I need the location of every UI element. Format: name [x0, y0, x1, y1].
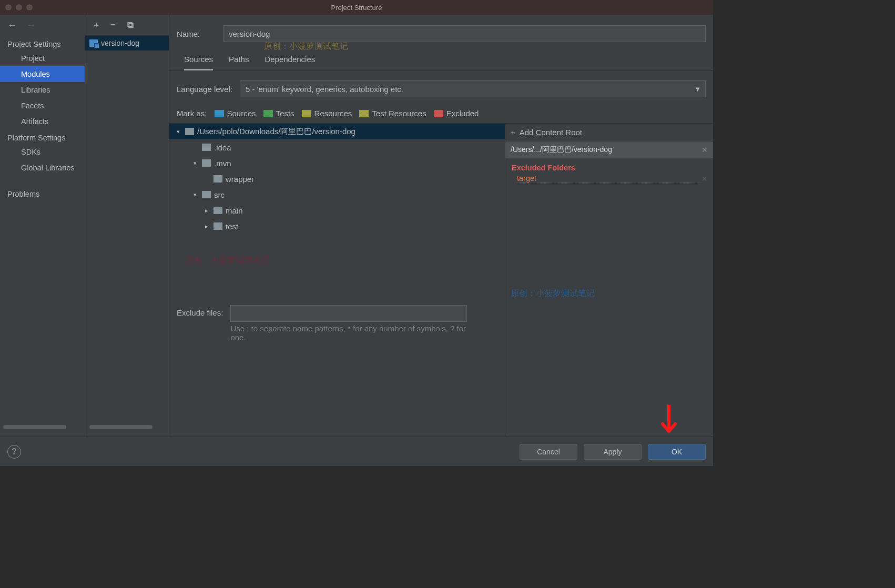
- mark-resources[interactable]: Resources: [302, 109, 352, 118]
- tree-row[interactable]: ▾ src: [169, 187, 505, 202]
- tree-row[interactable]: ▸ main: [169, 202, 505, 218]
- sidebar-item-problems[interactable]: Problems: [0, 186, 85, 202]
- folder-excluded-icon: [434, 110, 443, 117]
- section-header-platform-settings: Platform Settings: [0, 129, 85, 144]
- sidebar-item-project[interactable]: Project: [0, 50, 85, 66]
- maximize-window-icon[interactable]: [26, 4, 33, 11]
- watermark-text: 原创：小菠萝测试笔记: [169, 234, 505, 266]
- expand-icon[interactable]: ▸: [203, 207, 210, 214]
- folder-icon: [213, 222, 222, 230]
- tab-sources[interactable]: Sources: [184, 55, 213, 70]
- mark-as-label: Mark as:: [177, 109, 207, 118]
- apply-button[interactable]: Apply: [584, 444, 642, 460]
- mark-sources[interactable]: Sources: [215, 109, 256, 118]
- add-content-root-button[interactable]: + Add Content Root: [505, 124, 713, 141]
- source-tree: ▾ /Users/polo/Downloads/阿里巴巴/version-dog…: [169, 123, 505, 437]
- module-scrollbar[interactable]: [89, 425, 152, 429]
- main-panel: Name: 原创：小菠萝测试笔记 Sources Paths Dependenc…: [169, 15, 713, 437]
- collapse-icon[interactable]: ▾: [191, 191, 199, 198]
- folder-icon: [185, 128, 194, 135]
- module-icon: [89, 39, 98, 47]
- tree-label: src: [214, 190, 225, 199]
- tree-label: wrapper: [226, 175, 254, 184]
- folder-icon: [202, 159, 211, 167]
- remove-module-icon[interactable]: −: [110, 20, 116, 31]
- content-root-panel: + Add Content Root /Users/.../阿里巴巴/versi…: [505, 123, 713, 437]
- name-label: Name:: [177, 29, 213, 38]
- title-bar: Project Structure: [0, 0, 713, 15]
- tab-paths[interactable]: Paths: [229, 55, 249, 70]
- folder-test-resources-icon: [359, 110, 369, 117]
- tree-row[interactable]: ▾ .mvn: [169, 155, 505, 171]
- excluded-folder-label: target: [517, 174, 701, 183]
- folder-icon: [213, 175, 222, 183]
- exclude-files-input[interactable]: [230, 305, 467, 322]
- tree-row-root[interactable]: ▾ /Users/polo/Downloads/阿里巴巴/version-dog: [169, 124, 505, 139]
- minimize-window-icon[interactable]: [16, 4, 22, 11]
- section-header-project-settings: Project Settings: [0, 36, 85, 50]
- exclude-files-label: Exclude files:: [177, 305, 223, 317]
- tree-label: .mvn: [214, 159, 231, 168]
- close-window-icon[interactable]: [5, 4, 12, 11]
- sidebar-item-sdks[interactable]: SDKs: [0, 144, 85, 160]
- forward-icon: →: [26, 20, 36, 31]
- mark-excluded[interactable]: Excluded: [434, 109, 479, 118]
- add-module-icon[interactable]: +: [94, 20, 99, 31]
- module-list-panel: + − ⧉ version-dog: [85, 15, 169, 437]
- excluded-folders-header: Excluded Folders: [505, 158, 713, 172]
- folder-resources-icon: [302, 110, 311, 117]
- excluded-folder-item[interactable]: target ✕: [505, 172, 713, 183]
- ok-button[interactable]: OK: [648, 444, 706, 460]
- sidebar-scrollbar[interactable]: [3, 425, 66, 429]
- name-input[interactable]: [223, 25, 706, 42]
- tree-row[interactable]: ▸ test: [169, 218, 505, 234]
- tree-label: .idea: [214, 143, 231, 152]
- tree-label: main: [226, 206, 243, 215]
- sidebar-item-modules[interactable]: Modules: [0, 66, 85, 82]
- language-level-select[interactable]: 5 - 'enum' keyword, generics, autoboxing…: [240, 80, 706, 97]
- copy-module-icon[interactable]: ⧉: [127, 20, 134, 31]
- language-level-value: 5 - 'enum' keyword, generics, autoboxing…: [246, 85, 403, 94]
- folder-icon: [213, 207, 222, 214]
- sidebar-item-libraries[interactable]: Libraries: [0, 82, 85, 98]
- sidebar-item-facets[interactable]: Facets: [0, 98, 85, 114]
- back-icon[interactable]: ←: [7, 20, 17, 31]
- tree-row[interactable]: .idea: [169, 139, 505, 155]
- tree-row[interactable]: wrapper: [169, 171, 505, 187]
- language-level-label: Language level:: [177, 85, 232, 94]
- folder-icon: [202, 191, 211, 198]
- mark-test-resources[interactable]: Test Resources: [359, 109, 426, 118]
- collapse-icon[interactable]: ▾: [175, 128, 182, 135]
- close-icon[interactable]: ✕: [701, 146, 708, 154]
- help-button[interactable]: ?: [7, 445, 21, 459]
- content-root-path[interactable]: /Users/.../阿里巴巴/version-dog ✕: [505, 141, 713, 158]
- exclude-files-hint: Use ; to separate name patterns, * for a…: [230, 322, 467, 342]
- tree-label: test: [226, 222, 238, 231]
- sidebar-item-global-libraries[interactable]: Global Libraries: [0, 160, 85, 176]
- content-root-path-text: /Users/.../阿里巴巴/version-dog: [511, 145, 612, 155]
- settings-sidebar: ← → Project Settings Project Modules Lib…: [0, 15, 85, 437]
- folder-icon: [202, 144, 211, 151]
- collapse-icon[interactable]: ▾: [191, 160, 199, 167]
- tab-dependencies[interactable]: Dependencies: [265, 55, 315, 70]
- close-icon[interactable]: ✕: [701, 175, 708, 183]
- watermark-text: 原创：小菠萝测试笔记: [505, 183, 713, 299]
- mark-tests[interactable]: Tests: [263, 109, 294, 118]
- chevron-down-icon: ▾: [696, 84, 700, 94]
- expand-icon[interactable]: ▸: [203, 223, 210, 230]
- cancel-button[interactable]: Cancel: [520, 444, 577, 460]
- folder-green-icon: [263, 110, 273, 117]
- module-label: version-dog: [101, 39, 139, 47]
- sidebar-item-artifacts[interactable]: Artifacts: [0, 114, 85, 129]
- plus-icon: +: [511, 128, 515, 137]
- module-item[interactable]: version-dog: [85, 36, 169, 50]
- tree-label: /Users/polo/Downloads/阿里巴巴/version-dog: [197, 127, 355, 137]
- window-title: Project Structure: [331, 4, 382, 12]
- folder-blue-icon: [215, 110, 224, 117]
- watermark-text: 原创：小菠萝测试笔记: [264, 41, 348, 52]
